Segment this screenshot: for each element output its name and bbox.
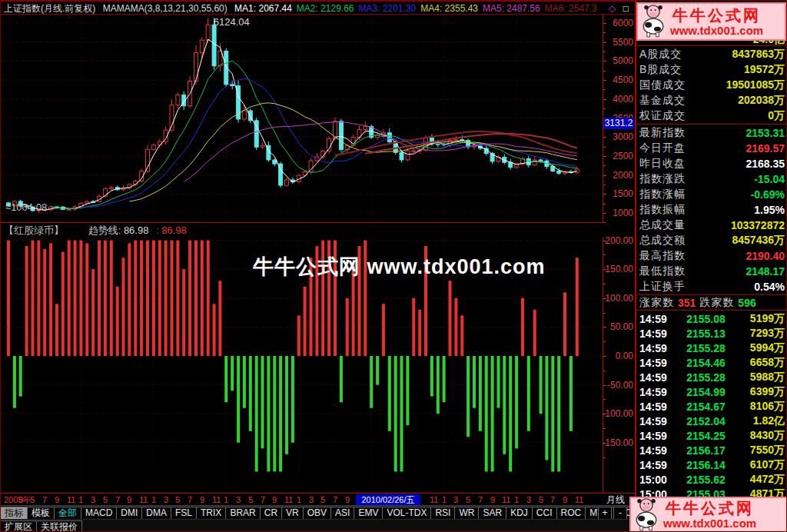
info-row: B股成交19572万 [636, 62, 787, 78]
info-row: 指数涨跌-15.04 [636, 171, 787, 187]
price-axis-tick: 6000 [613, 18, 633, 28]
ma-values: MA1: 2067.44MA2: 2129.66MA3: 2201.30MA4:… [234, 3, 602, 14]
sub-indicator-header: 【红股绿币】 趋势线: 86.98 : 86.98 [1, 222, 603, 238]
date-tick: 1 [514, 494, 519, 505]
toolbar-tab[interactable]: OBV [303, 507, 331, 520]
info-row: 国债成交19501085万 [636, 78, 787, 93]
zoom-in-button[interactable]: + [598, 507, 612, 520]
info-row: 总成交量103372872 [636, 218, 787, 233]
date-axis[interactable]: 2005年35791113579111357911135791113579111… [1, 493, 635, 506]
tick-row[interactable]: 14:592156.146107万 [636, 457, 787, 472]
trendline-label: 趋势线: [88, 224, 121, 236]
price-axis-tick: 2500 [613, 151, 633, 161]
info-row: 总成交额8457436万 [636, 233, 787, 248]
toolbar-tab[interactable]: 模板 [27, 507, 55, 520]
tick-row[interactable]: 14:592155.285988万 [636, 370, 787, 384]
date-tick: 1 [78, 494, 83, 505]
tick-row[interactable]: 14:592155.285994万 [636, 341, 787, 355]
date-tick: 1 [151, 494, 156, 505]
date-tick: 7 [42, 494, 47, 505]
tick-row[interactable]: 14:592154.466658万 [636, 355, 787, 370]
info-row: 指数振幅1.95% [636, 202, 787, 218]
toolbar-tab[interactable]: DMI [116, 507, 142, 520]
tick-row[interactable]: 14:592155.085199万 [636, 311, 787, 326]
watermark-banner-bottom: 牛牛公式网 www.tdx001.com [629, 497, 787, 532]
window-restore-icon[interactable]: □ [623, 3, 629, 14]
toolbar-tab[interactable]: EMV [354, 507, 383, 520]
toolbar-tab[interactable]: CCI [532, 507, 557, 520]
toolbar-tab[interactable]: VOL-TDX [382, 507, 431, 520]
toolbar-tab[interactable]: FSL [171, 507, 197, 520]
toolbar-tab[interactable]: DMA [141, 507, 171, 520]
tick-list[interactable]: 14:592155.085199万14:592155.137293万14:592… [636, 311, 787, 501]
trendline-value: 86.98 [124, 224, 149, 236]
sub-indicator-name: 【红股绿币】 [4, 224, 64, 236]
zoom-out-button[interactable]: - [613, 507, 627, 520]
date-tick: 5 [248, 494, 253, 505]
toolbar-tab[interactable]: RSI [430, 507, 455, 520]
info-row: 今日开盘2169.57 [636, 141, 787, 156]
info-row: 最低指数2148.17 [636, 264, 787, 279]
date-tick: 3 [91, 494, 95, 505]
chart-title: 上证指数(月线.前复权) [4, 3, 95, 14]
indicator-axis-tick: -50.00 [607, 381, 633, 390]
watermark-brand: 牛牛公式网 [666, 500, 754, 517]
panel-divider [636, 310, 787, 311]
tick-row[interactable]: 14:592154.678106万 [636, 399, 787, 414]
toolbar-tab[interactable]: BRAR [225, 507, 260, 520]
indicator-axis-tick: -150.00 [602, 438, 633, 447]
toolbar-tab[interactable]: ASI [330, 507, 354, 520]
date-tick: 3 [164, 494, 168, 505]
panel-divider [636, 124, 787, 125]
cow-mascot-icon [638, 2, 669, 41]
date-tick: 9 [272, 494, 277, 505]
toolbar-tab[interactable]: 指标 [0, 507, 28, 520]
date-tick: 7 [188, 494, 192, 505]
tick-row[interactable]: 14:592154.258430万 [636, 428, 787, 443]
date-tick: 11 [67, 494, 75, 505]
toolbar-tab[interactable]: KDJ [506, 507, 533, 520]
advancers-label: 涨家数 [639, 296, 674, 310]
date-tick: 9 [563, 494, 567, 505]
trendline-value-red: : 86.98 [156, 224, 187, 236]
watermark-url: www.tdx001.com [670, 24, 763, 37]
info-row: 权证成交0万 [636, 108, 787, 124]
date-tick: 11 [502, 494, 510, 505]
date-tick: 11 [430, 494, 438, 505]
decliners-count: 596 [738, 297, 755, 309]
date-tick: 3 [453, 494, 458, 505]
candlestick-chart[interactable]: 6124.04≈1004.08 [1, 15, 603, 222]
toolbar-tab[interactable]: CR [260, 507, 282, 520]
diamond-icon[interactable]: ◇ [609, 3, 616, 14]
date-tick: 9 [345, 494, 350, 505]
indicator-axis-tick: 100.00 [605, 294, 633, 303]
selected-date-label: 2010/02/26/五 [356, 494, 420, 505]
tick-row[interactable]: 14:592152.041.82亿 [636, 414, 787, 428]
toolbar-tab[interactable]: TRIX [196, 507, 226, 520]
indicator-axis-tick: 50.00 [610, 322, 633, 331]
date-tick: 3 [18, 494, 23, 505]
ma-value: MA4: 2355.43 [420, 3, 478, 14]
tick-row[interactable]: 15:002155.624472万 [636, 472, 787, 487]
date-tick: 5 [30, 494, 35, 505]
tick-row[interactable]: 14:592154.996399万 [636, 384, 787, 399]
toolbar-tab[interactable]: VR [281, 507, 304, 520]
toolbar-tab[interactable]: 关联报价 [36, 520, 82, 532]
date-tick: 5 [539, 494, 543, 505]
ma-value: MA1: 2067.44 [234, 3, 292, 14]
period-label: 月线 [606, 494, 625, 505]
tick-row[interactable]: 14:592156.177550万 [636, 443, 787, 457]
tick-row[interactable]: 14:592155.137293万 [636, 326, 787, 341]
sub-indicator-axis: 200.00150.00100.0050.000.00-50.00-100.00… [603, 238, 635, 493]
toolbar-tab[interactable]: WR [454, 507, 479, 520]
toolbar-tab[interactable]: MACD [81, 507, 117, 520]
price-axis-tick: 4000 [613, 95, 633, 104]
toolbar-tab[interactable]: SAR [478, 507, 506, 520]
toolbar-tab[interactable]: 全部 [54, 507, 81, 520]
toolbar-tab[interactable]: ROC [556, 507, 586, 520]
toolbar-tab[interactable]: 扩展区 [0, 520, 37, 532]
volume-summary-rows: A股成交8437863万B股成交19572万国债成交19501085万基金成交2… [636, 47, 787, 124]
center-watermark: 牛牛公式网 www.tdx001.com [253, 253, 546, 281]
indicator-axis-tick: 150.00 [605, 264, 633, 274]
date-tick: 5 [103, 494, 108, 505]
